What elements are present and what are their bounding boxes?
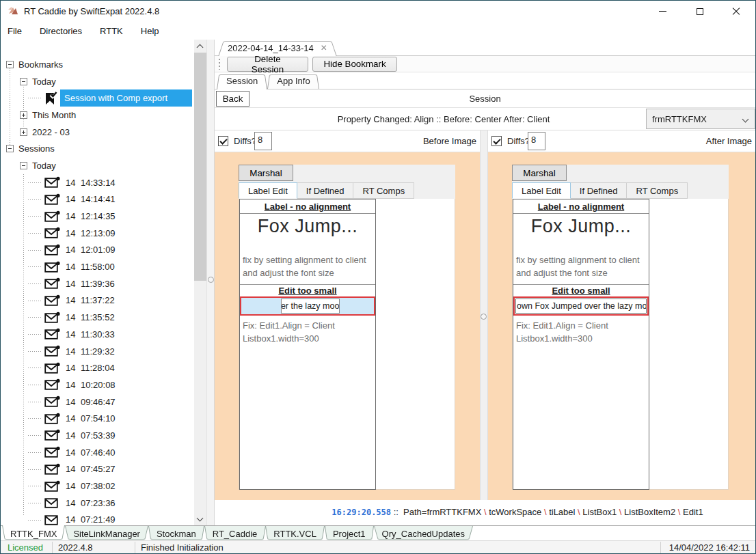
tree-node-today[interactable]: Today [1,73,194,90]
tree-node-bookmarks[interactable]: Bookmarks [1,56,194,73]
sidebar-splitter[interactable] [206,40,215,525]
project-tab-label: RTTK.VCL [273,529,316,539]
mail-notification-icon [44,210,60,223]
session-list-item[interactable]: 14 14:33:14 [1,174,194,191]
tab-rt-comps[interactable]: RT Comps [627,182,688,199]
tab-label-edit[interactable]: Label Edit [239,182,297,199]
diffs-checkbox[interactable] [491,136,502,146]
project-tab[interactable]: RT_Caddie [204,526,266,541]
minimize-button[interactable] [647,1,678,22]
session-list-item[interactable]: 14 07:21:49 [1,512,194,525]
tree-guide [28,283,42,284]
mail-notification-icon [44,378,60,391]
project-tab[interactable]: SiteLinkManager [65,526,148,541]
session-list-item[interactable]: 14 12:13:09 [1,225,194,242]
collapse-icon[interactable] [6,61,14,68]
project-tab[interactable]: RTTK_FMX [2,526,65,541]
tree-node-2022-03[interactable]: 2022 - 03 [1,124,194,141]
maximize-button[interactable] [684,1,716,22]
scroll-down-button[interactable] [194,512,206,525]
session-list-item[interactable]: 14 11:58:00 [1,258,194,275]
path-segment: Edit1 [683,507,703,517]
menu-item[interactable]: File [8,26,22,36]
splitter-grip[interactable] [481,314,487,320]
scroll-up-button[interactable] [194,40,206,53]
tree-guide [28,98,42,98]
demo-edit-input[interactable]: ver the lazy moon [281,299,340,314]
session-list-item[interactable]: 14 11:28:04 [1,359,194,376]
session-list-item[interactable]: 14 07:23:36 [1,495,194,512]
hide-bookmark-button[interactable]: Hide Bookmark [312,57,397,72]
mail-notification-icon [44,227,60,239]
mail-notification-icon [44,193,60,206]
project-tab[interactable]: Qry_CachedUpdates [374,526,473,541]
form-selector-combobox[interactable]: frmRTTKFMX [646,109,755,129]
session-list-item[interactable]: 14 12:01:09 [1,242,194,259]
mail-notification-icon [44,429,60,441]
tab-label-edit[interactable]: Label Edit [512,182,571,199]
path-segment: ListBoxItem2 [624,507,675,517]
session-day: 14 [66,498,79,508]
close-button[interactable] [720,1,752,22]
diffs-count-input[interactable]: 8 [528,132,545,150]
demo-big-label: Fox Jump... [240,216,375,237]
main-area: 2022-04-14_14-33-14 ✕ Delete Session Hid… [215,40,755,525]
tree-node-this-month[interactable]: This Month [1,107,194,124]
path-timestamp: 16:29:20.558 [332,508,391,517]
path-slash: \ [575,507,582,517]
marshal-button[interactable]: Marshal [239,165,293,181]
project-tab[interactable]: Project1 [325,526,374,541]
tree-node-sessions[interactable]: Sessions [1,140,194,157]
expand-icon[interactable] [20,128,27,136]
session-list-item[interactable]: 14 14:14:41 [1,191,194,208]
scrollbar-thumb[interactable] [194,53,206,281]
collapse-icon[interactable] [20,162,27,169]
session-list-item[interactable]: 14 11:29:32 [1,343,194,360]
splitter-grip[interactable] [208,277,214,283]
session-list-item[interactable]: 14 07:38:02 [1,477,194,495]
tab-app-info[interactable]: App Info [267,73,319,89]
session-list-item[interactable]: 14 11:39:36 [1,275,194,292]
session-day: 14 [66,245,79,255]
session-day: 14 [66,464,79,474]
demo-form-title: Label - no alignment [513,199,649,214]
tree-node-selected-bookmark[interactable]: Session with Comp export [1,89,194,107]
expand-icon[interactable] [20,111,27,119]
sidebar-scrollbar[interactable] [194,40,206,525]
tab-session[interactable]: Session [217,73,267,89]
image-splitter[interactable] [480,130,488,500]
session-list-item[interactable]: 14 07:53:39 [1,427,194,444]
project-tab[interactable]: Stockman [148,526,204,541]
project-tab[interactable]: RTTK.VCL [265,526,325,541]
session-list-item[interactable]: 14 09:46:47 [1,393,194,411]
session-list-item[interactable]: 14 11:35:52 [1,309,194,326]
delete-session-button[interactable]: Delete Session [227,57,308,72]
tree-node-sessions-today[interactable]: Today [1,157,194,174]
diffs-checkbox[interactable] [218,136,228,146]
tree-guide [28,469,42,470]
session-list-item[interactable]: 14 07:45:27 [1,461,194,478]
tab-rt-comps[interactable]: RT Comps [353,182,414,199]
session-list-item[interactable]: 14 10:20:08 [1,376,194,393]
mail-notification-icon [44,497,60,509]
session-list-item[interactable]: 14 12:14:35 [1,208,194,225]
menu-item[interactable]: Directories [40,26,82,36]
menu-item[interactable]: RTTK [100,26,123,36]
session-list-item[interactable]: 14 07:54:10 [1,410,194,427]
diffs-count-input[interactable]: 8 [254,132,272,150]
component-path-bar: 16:29:20.558 :: Path=frmRTTKFMX \ tcWork… [215,500,755,524]
toolbar-grip[interactable] [218,59,221,70]
menu-item[interactable]: Help [141,26,159,36]
session-list-item[interactable]: 14 11:30:33 [1,326,194,343]
mail-notification-icon [44,294,60,307]
marshal-button[interactable]: Marshal [512,165,567,181]
demo-edit-input[interactable]: own Fox Jumped over the lazy moon [515,299,647,314]
tab-close-icon[interactable]: ✕ [321,43,327,53]
collapse-icon[interactable] [6,145,14,152]
collapse-icon[interactable] [20,78,27,85]
session-list-item[interactable]: 14 07:46:40 [1,444,194,461]
session-list-item[interactable]: 14 11:37:22 [1,292,194,309]
tab-if-defined[interactable]: If Defined [297,182,354,199]
tab-if-defined[interactable]: If Defined [571,182,627,199]
session-list: 14 14:33:14 14 [1,174,194,525]
